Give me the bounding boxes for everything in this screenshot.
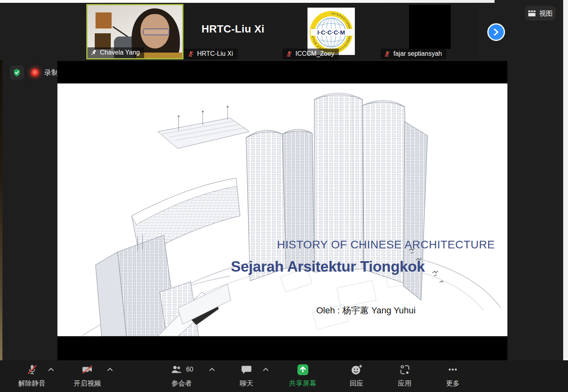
share-screen-label: 共享屏幕 — [289, 379, 316, 388]
chat-options-chevron[interactable] — [263, 368, 269, 372]
participant-name: ICCCM_Zoey — [295, 50, 334, 57]
muted-mic-icon — [187, 51, 194, 57]
gallery-view-icon — [528, 10, 536, 17]
background-window-left-edge — [0, 60, 2, 392]
video-tile-fajar-septiansyah[interactable]: fajar septiansyah — [381, 4, 478, 59]
chat-label: 聊天 — [240, 379, 253, 388]
participants-options-chevron[interactable] — [209, 368, 215, 372]
unmute-button[interactable]: 解除静音 — [13, 363, 51, 388]
view-button[interactable]: 视图 — [525, 6, 556, 20]
participant-name: HRTC-Liu Xi — [197, 50, 233, 57]
pin-icon — [91, 49, 97, 56]
share-screen-icon — [297, 364, 309, 376]
chat-icon — [240, 364, 252, 376]
shield-check-icon — [12, 68, 21, 77]
reactions-smiley-icon — [350, 364, 363, 376]
participants-label: 参会者 — [171, 379, 192, 388]
slide-author-line: Oleh : 杨宇蕙 Yang Yuhui — [316, 305, 485, 317]
video-tile-chavela-yang[interactable]: Chavela Yang — [86, 4, 183, 59]
reactions-button[interactable]: 回应 — [341, 363, 372, 388]
participant-name: Chavela Yang — [100, 49, 140, 56]
muted-mic-icon — [286, 51, 293, 57]
start-video-button[interactable]: 开启视频 — [68, 363, 106, 388]
security-button[interactable] — [10, 65, 24, 80]
apps-icon — [399, 364, 411, 376]
mic-options-chevron[interactable] — [48, 368, 54, 372]
recording-indicator-icon[interactable] — [31, 69, 39, 77]
logo-acronym: I·C·C·C·M — [317, 29, 345, 36]
more-ellipsis-icon — [447, 364, 459, 376]
person-glasses — [143, 28, 169, 35]
start-video-label: 开启视频 — [74, 379, 101, 388]
more-label: 更多 — [446, 379, 460, 388]
shared-screen-region: HISTORY OF CHINESE ARCHITECTURE Sejarah … — [57, 61, 507, 360]
participants-count: 60 — [186, 366, 193, 373]
view-button-label: 视图 — [539, 9, 553, 18]
slide-title-english: HISTORY OF CHINESE ARCHITECTURE — [277, 238, 502, 251]
participant-name-label: HRTC-Liu Xi — [184, 49, 238, 59]
chevron-right-icon — [493, 28, 500, 36]
muted-mic-icon — [384, 51, 391, 57]
background-window-top-edge — [0, 0, 495, 3]
chat-button[interactable]: 聊天 — [231, 363, 262, 388]
video-off-icon — [81, 364, 94, 376]
apps-button[interactable]: 应用 — [389, 363, 420, 388]
corkboard — [96, 12, 112, 28]
participants-button[interactable]: 60 参会者 — [163, 363, 201, 388]
zoom-meeting-window: { "window": { "view_label": "视图", "recor… — [0, 0, 568, 392]
icccm-logo: INTERNATIONAL COMMUNICATION CENTER MALAY… — [307, 8, 355, 55]
participants-icon — [170, 364, 183, 376]
video-options-chevron[interactable] — [107, 368, 113, 372]
participant-name-label: fajar septiansyah — [381, 49, 446, 59]
background-window-right-edge — [563, 0, 568, 392]
presentation-slide: HISTORY OF CHINESE ARCHITECTURE Sejarah … — [57, 83, 507, 336]
camera-off-video — [409, 5, 451, 49]
participant-name-label: Chavela Yang — [88, 47, 144, 58]
more-button[interactable]: 更多 — [437, 363, 468, 388]
slide-title-indonesian: Sejarah Arsitektur Tiongkok — [231, 258, 488, 275]
participant-name: fajar septiansyah — [393, 50, 442, 57]
share-screen-button[interactable]: 共享屏幕 — [283, 363, 322, 388]
video-tile-hrtc-liu-xi[interactable]: HRTC-Liu Xi HRTC-Liu Xi — [184, 4, 282, 59]
reactions-label: 回应 — [350, 379, 363, 388]
video-tile-icccm-zoey[interactable]: INTERNATIONAL COMMUNICATION CENTER MALAY… — [283, 4, 380, 59]
apps-label: 应用 — [398, 379, 411, 388]
corkboard — [95, 33, 111, 49]
participant-name-label: ICCCM_Zoey — [283, 49, 339, 59]
meeting-toolbar: 解除静音 开启视频 60 参会者 — [0, 360, 568, 392]
muted-mic-icon — [26, 364, 38, 376]
architecture-wireframe-drawing — [57, 83, 507, 336]
next-participants-page-button[interactable] — [487, 23, 505, 41]
unmute-label: 解除静音 — [18, 379, 46, 388]
